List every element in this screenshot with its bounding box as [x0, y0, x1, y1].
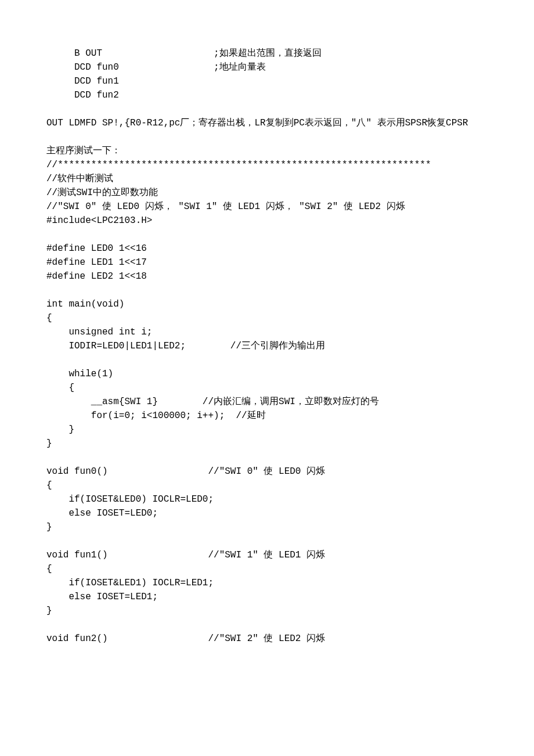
code-line: else IOSET=LED1; — [46, 590, 488, 604]
code-line: //**************************************… — [46, 158, 488, 172]
code-line: __asm{SWI 1} //内嵌汇编，调用SWI，立即数对应灯的号 — [46, 395, 488, 409]
code-line — [46, 283, 488, 297]
code-line: //软件中断测试 — [46, 172, 488, 186]
code-line: //测试SWI中的立即数功能 — [46, 186, 488, 200]
code-line — [46, 618, 488, 632]
code-line: if(IOSET&LED0) IOCLR=LED0; — [46, 492, 488, 506]
code-line: IODIR=LED0|LED1|LED2; //三个引脚作为输出用 — [46, 339, 488, 353]
code-line: DCD fun1 — [46, 74, 488, 88]
code-line: unsigned int i; — [46, 325, 488, 339]
code-line: void fun2() //"SWI 2" 使 LED2 闪烁 — [46, 632, 488, 646]
code-line: if(IOSET&LED1) IOCLR=LED1; — [46, 576, 488, 590]
code-line: } — [46, 437, 488, 451]
code-line: { — [46, 311, 488, 325]
code-line: 主程序测试一下： — [46, 144, 488, 158]
code-line: #define LED1 1<<17 — [46, 255, 488, 269]
code-line — [46, 228, 488, 242]
code-line: //"SWI 0" 使 LED0 闪烁， "SWI 1" 使 LED1 闪烁， … — [46, 200, 488, 214]
code-line: for(i=0; i<100000; i++); //延时 — [46, 409, 488, 423]
code-line — [46, 451, 488, 465]
code-line: else IOSET=LED0; — [46, 506, 488, 520]
code-line: #define LED0 1<<16 — [46, 242, 488, 255]
code-line: { — [46, 562, 488, 576]
code-line: void fun0() //"SWI 0" 使 LED0 闪烁 — [46, 465, 488, 478]
code-line — [46, 353, 488, 367]
code-line: #include<LPC2103.H> — [46, 214, 488, 228]
code-document: B OUT ;如果超出范围，直接返回 DCD fun0 ;地址向量表 DCD f… — [46, 46, 488, 646]
code-line: DCD fun2 — [46, 88, 488, 102]
code-line: { — [46, 381, 488, 395]
code-line — [46, 102, 488, 116]
code-line: DCD fun0 ;地址向量表 — [46, 60, 488, 74]
code-line: B OUT ;如果超出范围，直接返回 — [46, 46, 488, 60]
code-line: OUT LDMFD SP!,{R0-R12,pc厂；寄存器出栈，LR复制到PC表… — [46, 116, 488, 130]
code-line: { — [46, 478, 488, 492]
code-line — [46, 534, 488, 548]
code-line: #define LED2 1<<18 — [46, 269, 488, 283]
code-line — [46, 130, 488, 144]
code-line: } — [46, 520, 488, 534]
code-line: int main(void) — [46, 297, 488, 311]
code-line: } — [46, 604, 488, 618]
code-line: void fun1() //"SWI 1" 使 LED1 闪烁 — [46, 548, 488, 562]
code-line: } — [46, 423, 488, 437]
code-line: while(1) — [46, 367, 488, 381]
